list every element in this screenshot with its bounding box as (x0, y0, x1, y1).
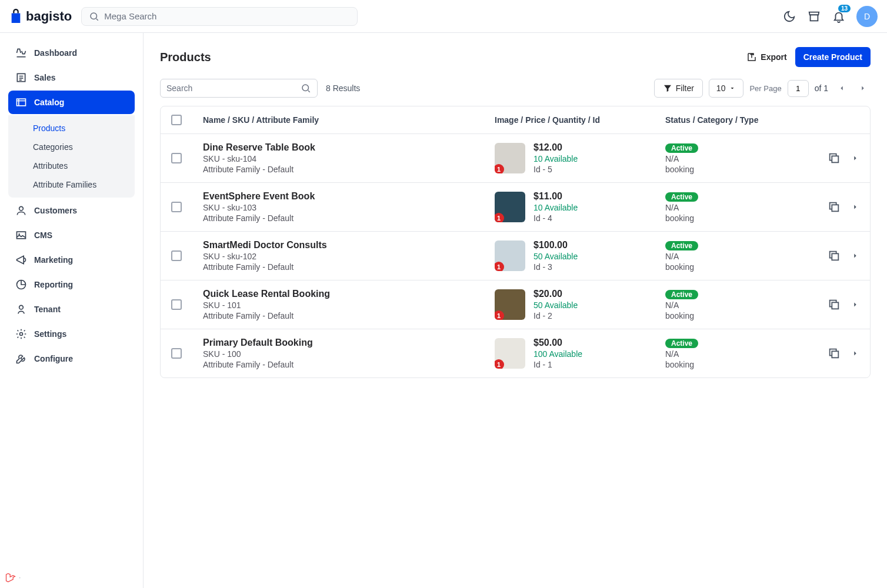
theme-toggle[interactable] (782, 9, 796, 24)
product-available: 100 Available (533, 349, 582, 359)
thumb-count-badge: 1 (495, 213, 504, 222)
notifications[interactable]: 13 (832, 9, 846, 24)
nav-dashboard[interactable]: Dashboard (8, 41, 135, 65)
chevron-left-icon (838, 84, 846, 92)
product-sku: SKU - sku-103 (203, 203, 489, 212)
copy-icon[interactable] (828, 152, 841, 165)
nav-reporting[interactable]: Reporting (8, 273, 135, 296)
product-id: Id - 1 (533, 360, 582, 369)
nav-customers[interactable]: Customers (8, 199, 135, 222)
chevron-right-icon[interactable] (851, 252, 859, 260)
nav-tenant[interactable]: Tenant (8, 298, 135, 321)
product-thumbnail[interactable]: 1 (495, 240, 525, 271)
configure-icon (15, 353, 27, 365)
header-name[interactable]: Name / SKU / Attribute Family (203, 115, 489, 125)
filter-button[interactable]: Filter (654, 79, 703, 98)
mega-search[interactable] (81, 7, 358, 26)
toolbar: 8 Results Filter 10 Per Page of 1 (160, 79, 871, 98)
product-thumbnail[interactable]: 1 (495, 338, 525, 369)
nav-marketing[interactable]: Marketing (8, 248, 135, 272)
select-all-checkbox[interactable] (171, 115, 182, 125)
dashboard-icon (15, 47, 27, 59)
product-thumbnail[interactable]: 1 (495, 143, 525, 173)
product-image-price: 1$11.0010 AvailableId - 4 (495, 191, 659, 223)
nav-configure[interactable]: Configure (8, 347, 135, 370)
chevron-right-icon[interactable] (851, 154, 859, 162)
reporting-icon (15, 279, 27, 290)
next-page-button[interactable] (855, 81, 871, 96)
svg-rect-12 (832, 253, 838, 260)
table-search-input[interactable] (166, 83, 301, 93)
product-id: Id - 5 (533, 165, 578, 174)
notification-badge: 13 (838, 5, 851, 12)
logo-icon (9, 9, 22, 24)
store-link[interactable] (807, 9, 821, 24)
export-button[interactable]: Export (746, 52, 786, 62)
nav-label: Configure (34, 354, 73, 363)
copy-icon[interactable] (828, 347, 841, 360)
results-count: 8 Results (326, 83, 360, 93)
product-info: SmartMedi Doctor ConsultsSKU - sku-102At… (203, 240, 489, 272)
nav-cms[interactable]: CMS (8, 223, 135, 247)
product-name: EventSphere Event Book (203, 191, 489, 202)
product-type: booking (665, 213, 795, 223)
copy-icon[interactable] (828, 201, 841, 213)
sub-item-categories[interactable]: Categories (8, 138, 135, 156)
row-checkbox[interactable] (171, 299, 182, 310)
table-search[interactable] (160, 79, 318, 98)
nav-label: Sales (34, 73, 56, 82)
tenant-icon (15, 303, 27, 315)
per-page-select[interactable]: 10 (709, 79, 744, 98)
product-family: Attribute Family - Default (203, 213, 489, 223)
copy-icon[interactable] (828, 249, 841, 262)
thumb-count-badge: 1 (495, 359, 504, 369)
table-header: Name / SKU / Attribute Family Image / Pr… (161, 106, 870, 134)
nav-label: Settings (34, 329, 66, 339)
thumb-count-badge: 1 (495, 310, 504, 320)
catalog-icon (15, 96, 27, 108)
header-status[interactable]: Status / Category / Type (665, 115, 795, 125)
sub-item-attributes[interactable]: Attributes (8, 156, 135, 175)
chevron-right-icon[interactable] (851, 349, 859, 358)
nav-label: CMS (34, 230, 52, 240)
nav-settings[interactable]: Settings (8, 322, 135, 346)
product-category: N/A (665, 252, 795, 261)
product-available: 50 Available (533, 252, 578, 261)
row-checkbox[interactable] (171, 153, 182, 163)
page-actions: Export Create Product (746, 47, 871, 67)
logo[interactable]: bagisto (9, 9, 72, 24)
chevron-right-icon[interactable] (851, 203, 859, 211)
product-status-col: ActiveN/Abooking (665, 143, 795, 174)
product-thumbnail[interactable]: 1 (495, 192, 525, 222)
page-input[interactable] (788, 80, 809, 97)
product-type: booking (665, 262, 795, 272)
export-label: Export (761, 52, 786, 62)
product-family: Attribute Family - Default (203, 262, 489, 272)
header-image[interactable]: Image / Price / Quantity / Id (495, 115, 659, 125)
sub-item-products[interactable]: Products (8, 119, 135, 138)
copy-icon[interactable] (828, 298, 841, 311)
row-checkbox[interactable] (171, 348, 182, 359)
of-pages-label: of 1 (815, 83, 828, 93)
nav-catalog[interactable]: Catalog (8, 91, 135, 114)
row-checkbox[interactable] (171, 202, 182, 212)
main-content: Products Export Create Product 8 Results (144, 33, 887, 588)
mega-search-input[interactable] (104, 11, 350, 21)
table-row: EventSphere Event BookSKU - sku-103Attri… (161, 183, 870, 232)
row-checkbox[interactable] (171, 250, 182, 261)
product-name: Dine Reserve Table Book (203, 142, 489, 153)
sub-item-attribute-families[interactable]: Attribute Families (8, 175, 135, 194)
product-sku: SKU - sku-104 (203, 154, 489, 163)
cms-icon (15, 229, 27, 241)
create-product-button[interactable]: Create Product (795, 47, 871, 67)
product-sku: SKU - sku-102 (203, 252, 489, 261)
chevron-right-icon[interactable] (851, 300, 859, 309)
nav-sales[interactable]: Sales (8, 66, 135, 89)
product-thumbnail[interactable]: 1 (495, 289, 525, 320)
svg-rect-11 (832, 205, 838, 211)
user-avatar[interactable]: D (856, 6, 878, 27)
customers-icon (15, 205, 27, 216)
prev-page-button[interactable] (834, 81, 849, 96)
laravel-icon (5, 572, 16, 583)
svg-rect-13 (832, 302, 838, 309)
